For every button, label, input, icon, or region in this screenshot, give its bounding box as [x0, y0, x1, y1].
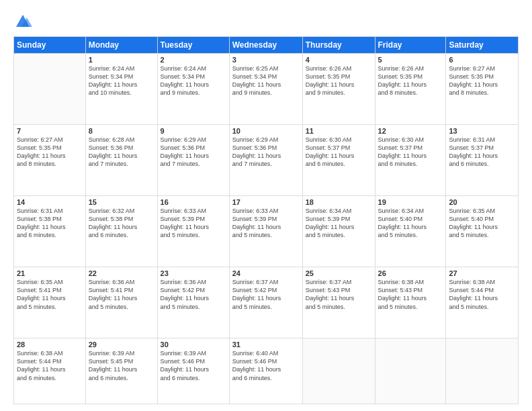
day-number: 19	[378, 198, 443, 206]
cell-info: Sunrise: 6:34 AMSunset: 5:40 PMDaylight:…	[378, 207, 443, 240]
calendar-cell: 2Sunrise: 6:24 AMSunset: 5:34 PMDaylight…	[157, 54, 229, 125]
calendar-cell: 25Sunrise: 6:37 AMSunset: 5:43 PMDayligh…	[302, 267, 375, 338]
col-header-thursday: Thursday	[302, 37, 375, 54]
day-number: 21	[17, 269, 83, 277]
calendar-header-row: SundayMondayTuesdayWednesdayThursdayFrid…	[14, 37, 519, 54]
calendar-table: SundayMondayTuesdayWednesdayThursdayFrid…	[13, 36, 519, 404]
cell-info: Sunrise: 6:30 AMSunset: 5:37 PMDaylight:…	[378, 136, 443, 169]
day-number: 27	[449, 269, 515, 277]
calendar-cell	[446, 338, 519, 404]
col-header-sunday: Sunday	[14, 37, 86, 54]
cell-info: Sunrise: 6:28 AMSunset: 5:36 PMDaylight:…	[89, 136, 154, 169]
day-number: 13	[449, 127, 515, 135]
day-number: 16	[161, 198, 226, 206]
calendar-cell: 30Sunrise: 6:39 AMSunset: 5:46 PMDayligh…	[157, 338, 229, 404]
day-number: 1	[89, 56, 154, 64]
day-number: 12	[378, 127, 443, 135]
week-row-3: 21Sunrise: 6:35 AMSunset: 5:41 PMDayligh…	[14, 267, 519, 338]
cell-info: Sunrise: 6:31 AMSunset: 5:38 PMDaylight:…	[17, 207, 83, 240]
calendar-cell: 13Sunrise: 6:31 AMSunset: 5:37 PMDayligh…	[446, 125, 519, 196]
calendar-cell: 18Sunrise: 6:34 AMSunset: 5:39 PMDayligh…	[302, 196, 375, 267]
calendar-cell: 12Sunrise: 6:30 AMSunset: 5:37 PMDayligh…	[375, 125, 446, 196]
cell-info: Sunrise: 6:32 AMSunset: 5:38 PMDaylight:…	[89, 207, 154, 240]
cell-info: Sunrise: 6:26 AMSunset: 5:35 PMDaylight:…	[378, 64, 443, 97]
cell-info: Sunrise: 6:27 AMSunset: 5:35 PMDaylight:…	[17, 136, 83, 169]
day-number: 30	[161, 340, 226, 349]
cell-info: Sunrise: 6:29 AMSunset: 5:36 PMDaylight:…	[161, 136, 226, 169]
day-number: 20	[449, 198, 515, 206]
cell-info: Sunrise: 6:39 AMSunset: 5:46 PMDaylight:…	[161, 349, 226, 382]
col-header-wednesday: Wednesday	[229, 37, 302, 54]
day-number: 28	[17, 340, 83, 349]
cell-info: Sunrise: 6:33 AMSunset: 5:39 PMDaylight:…	[161, 207, 226, 240]
calendar-cell: 27Sunrise: 6:38 AMSunset: 5:44 PMDayligh…	[446, 267, 519, 338]
calendar-cell: 3Sunrise: 6:25 AMSunset: 5:34 PMDaylight…	[229, 54, 302, 125]
day-number: 11	[306, 127, 372, 135]
day-number: 14	[17, 198, 83, 206]
calendar-cell	[14, 54, 86, 125]
cell-info: Sunrise: 6:37 AMSunset: 5:43 PMDaylight:…	[306, 278, 372, 311]
calendar-cell: 17Sunrise: 6:33 AMSunset: 5:39 PMDayligh…	[229, 196, 302, 267]
day-number: 4	[306, 56, 372, 64]
day-number: 24	[232, 269, 300, 277]
calendar-cell: 28Sunrise: 6:38 AMSunset: 5:44 PMDayligh…	[14, 338, 86, 404]
week-row-1: 7Sunrise: 6:27 AMSunset: 5:35 PMDaylight…	[14, 125, 519, 196]
page: SundayMondayTuesdayWednesdayThursdayFrid…	[0, 0, 532, 411]
day-number: 22	[89, 269, 154, 277]
day-number: 5	[378, 56, 443, 64]
col-header-saturday: Saturday	[446, 37, 519, 54]
calendar-cell: 21Sunrise: 6:35 AMSunset: 5:41 PMDayligh…	[14, 267, 86, 338]
calendar-cell: 11Sunrise: 6:30 AMSunset: 5:37 PMDayligh…	[302, 125, 375, 196]
calendar-cell: 7Sunrise: 6:27 AMSunset: 5:35 PMDaylight…	[14, 125, 86, 196]
cell-info: Sunrise: 6:30 AMSunset: 5:37 PMDaylight:…	[306, 136, 372, 169]
cell-info: Sunrise: 6:27 AMSunset: 5:35 PMDaylight:…	[449, 64, 515, 97]
day-number: 17	[232, 198, 300, 206]
calendar-cell: 6Sunrise: 6:27 AMSunset: 5:35 PMDaylight…	[446, 54, 519, 125]
day-number: 18	[306, 198, 372, 206]
day-number: 9	[161, 127, 226, 135]
cell-info: Sunrise: 6:25 AMSunset: 5:34 PMDaylight:…	[232, 64, 300, 97]
calendar-cell: 8Sunrise: 6:28 AMSunset: 5:36 PMDaylight…	[85, 125, 157, 196]
header	[13, 12, 519, 31]
cell-info: Sunrise: 6:38 AMSunset: 5:43 PMDaylight:…	[378, 278, 443, 311]
week-row-4: 28Sunrise: 6:38 AMSunset: 5:44 PMDayligh…	[14, 338, 519, 404]
day-number: 29	[89, 340, 154, 349]
cell-info: Sunrise: 6:31 AMSunset: 5:37 PMDaylight:…	[449, 136, 515, 169]
calendar-cell: 20Sunrise: 6:35 AMSunset: 5:40 PMDayligh…	[446, 196, 519, 267]
cell-info: Sunrise: 6:35 AMSunset: 5:41 PMDaylight:…	[17, 278, 83, 311]
cell-info: Sunrise: 6:36 AMSunset: 5:41 PMDaylight:…	[89, 278, 154, 311]
calendar-cell: 1Sunrise: 6:24 AMSunset: 5:34 PMDaylight…	[85, 54, 157, 125]
calendar-cell: 14Sunrise: 6:31 AMSunset: 5:38 PMDayligh…	[14, 196, 86, 267]
calendar-cell: 24Sunrise: 6:37 AMSunset: 5:42 PMDayligh…	[229, 267, 302, 338]
day-number: 7	[17, 127, 83, 135]
logo-icon	[13, 12, 32, 31]
calendar-cell: 22Sunrise: 6:36 AMSunset: 5:41 PMDayligh…	[85, 267, 157, 338]
day-number: 26	[378, 269, 443, 277]
col-header-friday: Friday	[375, 37, 446, 54]
cell-info: Sunrise: 6:36 AMSunset: 5:42 PMDaylight:…	[161, 278, 226, 311]
calendar-cell: 9Sunrise: 6:29 AMSunset: 5:36 PMDaylight…	[157, 125, 229, 196]
logo	[13, 12, 35, 31]
day-number: 3	[232, 56, 300, 64]
calendar-cell	[302, 338, 375, 404]
cell-info: Sunrise: 6:39 AMSunset: 5:45 PMDaylight:…	[89, 349, 154, 382]
calendar-cell: 19Sunrise: 6:34 AMSunset: 5:40 PMDayligh…	[375, 196, 446, 267]
cell-info: Sunrise: 6:24 AMSunset: 5:34 PMDaylight:…	[161, 64, 226, 97]
calendar-cell: 23Sunrise: 6:36 AMSunset: 5:42 PMDayligh…	[157, 267, 229, 338]
cell-info: Sunrise: 6:38 AMSunset: 5:44 PMDaylight:…	[17, 349, 83, 382]
day-number: 23	[161, 269, 226, 277]
week-row-2: 14Sunrise: 6:31 AMSunset: 5:38 PMDayligh…	[14, 196, 519, 267]
col-header-monday: Monday	[85, 37, 157, 54]
day-number: 8	[89, 127, 154, 135]
calendar-cell: 26Sunrise: 6:38 AMSunset: 5:43 PMDayligh…	[375, 267, 446, 338]
cell-info: Sunrise: 6:34 AMSunset: 5:39 PMDaylight:…	[306, 207, 372, 240]
day-number: 6	[449, 56, 515, 64]
calendar-cell: 5Sunrise: 6:26 AMSunset: 5:35 PMDaylight…	[375, 54, 446, 125]
day-number: 25	[306, 269, 372, 277]
day-number: 15	[89, 198, 154, 206]
calendar-cell: 10Sunrise: 6:29 AMSunset: 5:36 PMDayligh…	[229, 125, 302, 196]
cell-info: Sunrise: 6:38 AMSunset: 5:44 PMDaylight:…	[449, 278, 515, 311]
day-number: 2	[161, 56, 226, 64]
calendar-cell	[375, 338, 446, 404]
calendar-cell: 15Sunrise: 6:32 AMSunset: 5:38 PMDayligh…	[85, 196, 157, 267]
